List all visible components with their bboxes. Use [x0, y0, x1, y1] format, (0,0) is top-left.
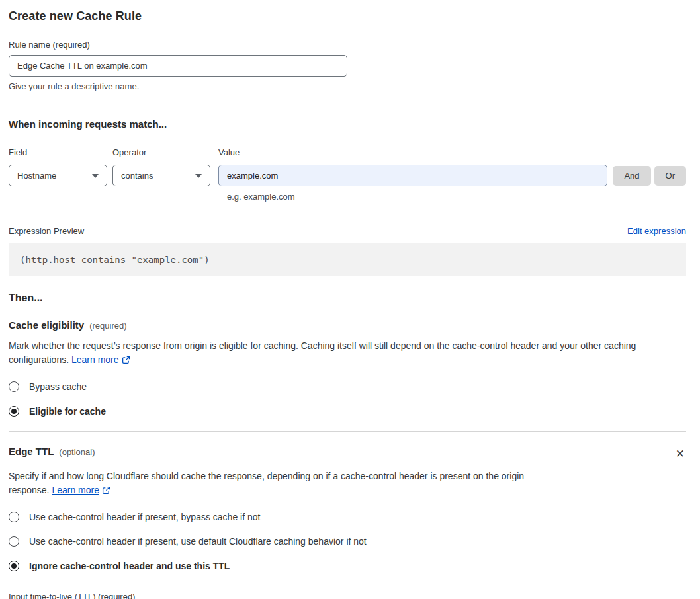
cache-eligibility-section: Cache eligibility (required) Mark whethe… — [9, 319, 686, 417]
page-title: Create new Cache Rule — [9, 9, 686, 23]
and-button[interactable]: And — [613, 166, 650, 186]
divider — [9, 106, 686, 106]
close-icon[interactable]: ✕ — [674, 447, 686, 461]
edge-ttl-description: Specify if and how long Cloudflare shoul… — [9, 469, 564, 499]
optional-badge: (optional) — [59, 447, 95, 457]
value-input[interactable] — [218, 165, 607, 186]
radio-use-header-bypass[interactable]: Use cache-control header if present, byp… — [9, 512, 686, 522]
field-select[interactable]: Hostname — [9, 165, 107, 186]
cache-eligibility-heading: Cache eligibility — [9, 319, 84, 331]
rule-name-section: Rule name (required) Give your rule a de… — [9, 40, 686, 91]
chevron-down-icon — [92, 174, 99, 178]
external-link-icon — [102, 485, 110, 499]
edge-ttl-section: Edge TTL (optional) ✕ Specify if and how… — [9, 446, 686, 599]
radio-eligible-for-cache[interactable]: Eligible for cache — [9, 406, 686, 417]
edge-ttl-heading: Edge TTL — [9, 446, 54, 457]
radio-checked-icon — [9, 406, 19, 417]
cache-eligibility-description: Mark whether the request’s response from… — [9, 339, 686, 368]
radio-use-header-default[interactable]: Use cache-control header if present, use… — [9, 536, 686, 547]
expression-code-block: (http.host contains "example.com") — [9, 243, 686, 276]
operator-select[interactable]: contains — [112, 165, 210, 186]
cache-eligibility-heading-row: Cache eligibility (required) — [9, 319, 686, 331]
ttl-label: Input time-to-live (TTL) (required) — [9, 592, 135, 599]
chevron-down-icon — [195, 174, 202, 178]
edge-ttl-heading-row: Edge TTL (optional) ✕ — [9, 446, 686, 461]
operator-label: Operator — [112, 147, 218, 157]
radio-icon — [9, 381, 19, 392]
value-helper: e.g. example.com — [227, 192, 686, 202]
rule-name-input[interactable] — [9, 55, 347, 77]
value-label: Value — [218, 147, 240, 157]
match-section: When incoming requests match... Field Op… — [9, 118, 686, 276]
divider — [9, 431, 686, 432]
external-link-icon — [122, 354, 130, 368]
expression-preview-row: Expression Preview Edit expression — [9, 226, 686, 236]
radio-icon — [9, 536, 19, 547]
match-heading: When incoming requests match... — [9, 118, 686, 130]
edit-expression-link[interactable]: Edit expression — [627, 226, 686, 236]
rule-name-label: Rule name (required) — [9, 40, 686, 50]
required-badge: (required) — [89, 321, 126, 331]
expression-preview-label: Expression Preview — [9, 226, 84, 236]
create-cache-rule-form: Create new Cache Rule Rule name (require… — [0, 0, 700, 599]
rule-name-helper: Give your rule a descriptive name. — [9, 81, 686, 91]
operator-select-value: contains — [121, 171, 153, 180]
radio-ignore-header-use-ttl[interactable]: Ignore cache-control header and use this… — [9, 561, 686, 571]
field-select-value: Hostname — [17, 171, 56, 180]
radio-bypass-cache[interactable]: Bypass cache — [9, 381, 686, 392]
ttl-input-section: Input time-to-live (TTL) (required) 1 da… — [9, 590, 686, 599]
learn-more-link[interactable]: Learn more — [52, 485, 99, 495]
then-heading: Then... — [9, 292, 686, 304]
learn-more-link[interactable]: Learn more — [71, 354, 119, 365]
radio-icon — [9, 512, 19, 522]
match-controls-row: Hostname contains And Or — [9, 165, 686, 186]
field-label: Field — [9, 147, 112, 157]
or-button[interactable]: Or — [654, 166, 686, 186]
match-labels-row: Field Operator Value — [9, 147, 686, 157]
radio-checked-icon — [9, 561, 19, 571]
